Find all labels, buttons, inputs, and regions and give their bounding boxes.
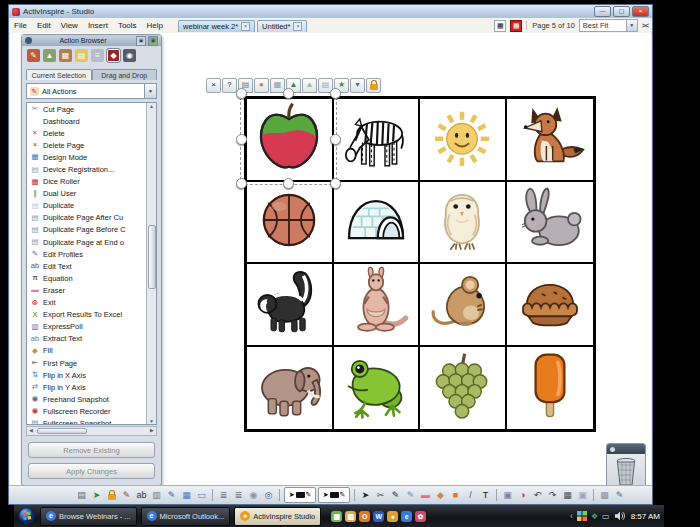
cell-basketball[interactable] [247, 182, 334, 265]
desktop-tools-icon[interactable]: ▦ [180, 489, 193, 502]
action-item[interactable]: ▤Duplicate Page Before C [27, 224, 156, 236]
more-options-icon[interactable]: ▾ [350, 78, 365, 93]
eraser-tool-icon[interactable]: ▬ [419, 489, 432, 502]
action-item[interactable]: ∥Dual User [27, 188, 156, 200]
folder-icon[interactable]: ▨ [345, 511, 356, 522]
action-item[interactable]: ✎Edit Profiles [27, 248, 156, 260]
drag-copy-icon[interactable]: ● [254, 78, 269, 93]
action-browser-icon[interactable]: ◆ [107, 49, 120, 62]
cell-sun[interactable] [420, 99, 507, 182]
action-item[interactable]: ✂Cut Page [27, 103, 156, 115]
action-item[interactable]: ⊗Exit [27, 297, 156, 309]
zoom-dropdown[interactable]: Best Fit ▼ [579, 19, 638, 32]
speaker-icon[interactable] [614, 511, 625, 521]
favorite-icon[interactable]: ★ [334, 78, 349, 93]
chrome-icon[interactable]: ● [387, 511, 398, 522]
action-item[interactable]: ▬Eraser [27, 284, 156, 296]
close-selection-icon[interactable]: × [206, 78, 221, 93]
word-icon[interactable]: W [373, 511, 384, 522]
minimize-button[interactable]: — [594, 6, 611, 17]
cell-frog[interactable] [334, 347, 421, 430]
signature-icon[interactable]: ✎ [613, 489, 626, 502]
page-browser-icon[interactable]: ✎ [27, 49, 40, 62]
main-menu-icon[interactable]: ▤ [75, 489, 88, 502]
pen-profile-button-1[interactable]: ➤✎ [284, 487, 316, 503]
resource-browser-icon[interactable]: ▲ [43, 49, 56, 62]
annotate-desktop-icon[interactable]: ✎ [165, 489, 178, 502]
menu-tools[interactable]: Tools [113, 20, 142, 31]
media-icon[interactable]: ✿ [415, 511, 426, 522]
close-icon[interactable]: × [293, 22, 302, 31]
taskbar-app[interactable]: eMicrosoft Outlook... [141, 507, 231, 526]
tools-icon[interactable]: ✂ [374, 489, 387, 502]
scroll-right-icon[interactable]: ▶ [148, 427, 156, 434]
fill-tool-icon[interactable]: ◆ [434, 489, 447, 502]
screen-pointer-icon[interactable]: ▭ [195, 489, 208, 502]
actions-filter-dropdown[interactable]: ✎ All Actions ▼ [26, 83, 157, 99]
trash-bin-widget[interactable] [606, 443, 646, 486]
page-browser-toggle-icon[interactable]: ▦ [494, 20, 506, 32]
dice-icon[interactable]: ▩ [598, 489, 611, 502]
panel-title-bar[interactable]: Action Browser ▣ ▣ [22, 35, 161, 46]
pen-profile-button-2[interactable]: ➤✎ [318, 487, 350, 503]
taskbar-app[interactable]: ●ActivInspire Studio [234, 507, 321, 526]
close-icon[interactable]: × [241, 22, 250, 31]
object-browser-icon[interactable]: ▦ [59, 49, 72, 62]
spellcheck-icon[interactable]: ab [135, 489, 148, 502]
cell-apple[interactable] [247, 99, 334, 182]
chevron-down-icon[interactable]: ▼ [626, 20, 637, 31]
scroll-left-icon[interactable]: ◀ [27, 427, 35, 434]
vertical-scrollbar[interactable]: ▲ ▼ [146, 103, 156, 424]
cell-kangaroo[interactable] [334, 264, 421, 347]
cell-popsicle[interactable] [507, 347, 594, 430]
start-button[interactable] [18, 507, 36, 525]
remove-existing-button[interactable]: Remove Existing [28, 442, 155, 458]
action-item[interactable]: ▦Design Mode [27, 151, 156, 163]
action-item[interactable]: ×Delete Page [27, 139, 156, 151]
cell-skunk[interactable] [247, 264, 334, 347]
doc-tab[interactable]: webinar week 2*× [178, 20, 255, 32]
object-menu-icon[interactable]: ? [222, 78, 237, 93]
action-item[interactable]: ▤Duplicate Page at End o [27, 236, 156, 248]
expresspoll-icon[interactable]: ▥ [150, 489, 163, 502]
cell-pie[interactable] [507, 264, 594, 347]
record-page-icon[interactable]: ▦ [510, 20, 522, 32]
network-monitor-icon[interactable]: ▭ [602, 512, 610, 521]
security-shield-icon[interactable]: ❖ [591, 512, 598, 521]
outlook-icon[interactable]: O [359, 511, 370, 522]
menu-view[interactable]: View [56, 20, 83, 31]
scrollbar-thumb[interactable] [148, 225, 156, 289]
horizontal-scrollbar[interactable]: ◀ ▶ [26, 426, 157, 436]
menu-edit[interactable]: Edit [32, 20, 56, 31]
snapshot-icon[interactable]: ▦ [561, 489, 574, 502]
translucency-icon[interactable]: ▤ [238, 78, 253, 93]
panel-pin-icon[interactable]: ▣ [148, 36, 158, 46]
cell-zebra[interactable] [334, 99, 421, 182]
design-mode-icon[interactable]: ✎ [120, 489, 133, 502]
action-item[interactable]: ▤Device Registration... [27, 163, 156, 175]
maximize-button[interactable]: ▢ [613, 6, 630, 17]
panel-rollup-icon[interactable]: ▣ [136, 36, 146, 46]
text-tool-icon[interactable]: T [479, 489, 492, 502]
print-icon[interactable]: ≣ [217, 489, 230, 502]
shapes-tool-icon[interactable]: ■ [449, 489, 462, 502]
tab-drag-and-drop[interactable]: Drag and Drop [92, 69, 158, 80]
action-item[interactable]: ⇤First Page [27, 357, 156, 369]
ie-icon[interactable]: e [401, 511, 412, 522]
voting-browser-icon[interactable]: ◉ [123, 49, 136, 62]
action-item[interactable]: ▤Fullscreen Snapshot [27, 417, 156, 425]
action-item[interactable]: abEdit Text [27, 260, 156, 272]
action-item[interactable]: ⇅Flip in X Axis [27, 369, 156, 381]
bring-forward-icon[interactable]: ▲ [286, 78, 301, 93]
connector-tool-icon[interactable]: / [464, 489, 477, 502]
cell-mouse[interactable] [420, 264, 507, 347]
send-backward-icon[interactable]: ▲ [302, 78, 317, 93]
action-item[interactable]: abExtract Text [27, 333, 156, 345]
tab-current-selection[interactable]: Current Selection [26, 69, 92, 80]
scrollbar-thumb[interactable] [37, 428, 87, 434]
cell-igloo[interactable] [334, 182, 421, 265]
action-item[interactable]: Dashboard [27, 115, 156, 127]
highlighter-tool-icon[interactable]: ✎ [404, 489, 417, 502]
action-item[interactable]: πEquation [27, 272, 156, 284]
action-item[interactable]: ▦Dice Roller [27, 176, 156, 188]
